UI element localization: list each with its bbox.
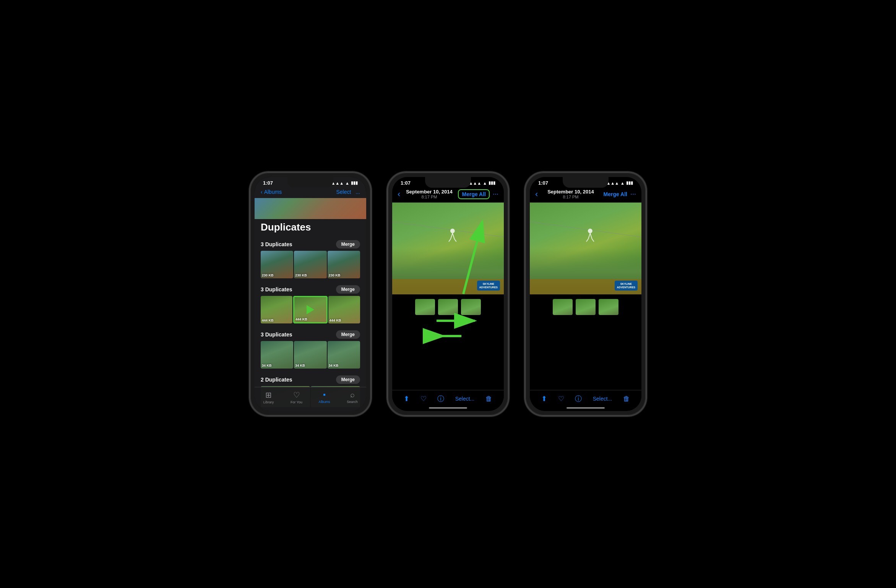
share-button-3[interactable]: ⬆: [541, 395, 547, 403]
tab-search-label: Search: [347, 400, 358, 404]
thumb-size-2-2: 444 KB: [295, 317, 307, 321]
group-header-3: 3 Duplicates Merge: [261, 330, 360, 339]
more-button-1[interactable]: ...: [355, 189, 360, 195]
phone1-content: 1:07 ▲▲▲ ▲ ▮▮▮ ‹ Albums Select ..: [255, 177, 366, 411]
tab-library-label: Library: [263, 400, 274, 404]
hero-strip: [255, 198, 366, 219]
thumb-3-3[interactable]: 34 KB: [328, 341, 360, 369]
more-button-3[interactable]: ···: [630, 190, 636, 198]
tab-search[interactable]: ⌕ Search: [338, 390, 366, 404]
tab-library[interactable]: ⊞ Library: [255, 390, 282, 404]
thumb-3-1[interactable]: 34 KB: [261, 341, 293, 369]
thumb-3-2[interactable]: 34 KB: [294, 341, 326, 369]
merge-button-3[interactable]: Merge: [336, 330, 360, 339]
for-you-icon: ♡: [293, 390, 300, 400]
thumb-size-3-2: 34 KB: [295, 364, 305, 367]
delete-button-3[interactable]: 🗑: [623, 395, 630, 403]
svg-line-0: [392, 222, 504, 237]
duplicate-group-3: 3 Duplicates Merge 34 KB 34 KB 34 KB: [255, 327, 366, 372]
skyline-logo-2: SKYLINEADVENTURES: [477, 281, 500, 291]
status-icons-2: ▲▲▲ ▲ ▮▮▮: [469, 180, 495, 185]
tab-albums-label: Albums: [318, 400, 330, 404]
info-button-3[interactable]: ⓘ: [575, 394, 582, 403]
heart-button-3[interactable]: ♡: [558, 395, 564, 403]
thumb-size-3-1: 34 KB: [262, 364, 272, 367]
more-button-2[interactable]: ···: [493, 190, 498, 198]
back-button-3[interactable]: ‹: [535, 189, 538, 199]
detail-thumb-2-3[interactable]: [461, 299, 481, 315]
share-button-2[interactable]: ⬆: [404, 395, 409, 403]
phone1: 1:07 ▲▲▲ ▲ ▮▮▮ ‹ Albums Select ..: [249, 172, 372, 416]
svg-line-17: [592, 239, 594, 242]
group-label-3: 3 Duplicates: [261, 331, 292, 338]
thumb-2-2[interactable]: 444 KB: [293, 296, 327, 323]
detail-thumbs-2: [392, 294, 504, 320]
wifi-icon-3: ▲: [620, 181, 625, 185]
phone3-frame: 1:07 ▲▲▲ ▲ ▮▮▮ ‹ September 10, 2014 8:17…: [524, 172, 647, 416]
svg-point-13: [588, 229, 592, 233]
notch: [287, 177, 333, 188]
group-label-1: 3 Duplicates: [261, 241, 292, 247]
info-button-2[interactable]: ⓘ: [437, 394, 444, 403]
status-time-3: 1:07: [538, 180, 548, 186]
thumb-1-2[interactable]: 230 KB: [294, 251, 326, 278]
nav-center-2: September 10, 2014 8:17 PM: [406, 189, 452, 199]
thumb-size-1-1: 230 KB: [262, 273, 274, 277]
tab-albums[interactable]: ▪ Albums: [310, 390, 338, 404]
notch-2: [425, 177, 471, 188]
thumb-1-1[interactable]: 230 KB: [261, 251, 293, 278]
thumbs-row-3: 34 KB 34 KB 34 KB: [261, 341, 360, 369]
detail-thumb-3-3[interactable]: [599, 299, 618, 315]
tab-for-you-label: For You: [291, 400, 302, 404]
detail-thumb-2-2[interactable]: [438, 299, 458, 315]
select-button-3[interactable]: Select...: [593, 396, 612, 402]
detail-thumb-3-1[interactable]: [553, 299, 573, 315]
time-sub-2: 8:17 PM: [406, 195, 452, 199]
date-title-3: September 10, 2014: [547, 189, 594, 195]
thumb-size-1-2: 230 KB: [295, 273, 307, 277]
wifi-icon-2: ▲: [483, 181, 487, 185]
hero-image: [255, 198, 366, 219]
merge-button-2[interactable]: Merge: [336, 285, 360, 294]
status-time-1: 1:07: [263, 180, 273, 186]
group-header-1: 3 Duplicates Merge: [261, 240, 360, 249]
thumb-2-1[interactable]: 444 KB: [261, 296, 292, 323]
phone2-frame: 1:07 ▲▲▲ ▲ ▮▮▮ ‹ September 10, 2014 8:17…: [387, 172, 509, 416]
svg-line-12: [530, 222, 641, 237]
merge-all-button-3[interactable]: Merge All: [603, 191, 627, 197]
time-sub-3: 8:17 PM: [547, 195, 594, 199]
back-button-2[interactable]: ‹: [398, 189, 400, 199]
skyline-logo-3: SKYLINEADVENTURES: [615, 281, 638, 291]
phone1-frame: 1:07 ▲▲▲ ▲ ▮▮▮ ‹ Albums Select ..: [249, 172, 372, 416]
thumb-2-3[interactable]: 444 KB: [328, 296, 360, 323]
main-image-2[interactable]: SKYLINEADVENTURES: [392, 203, 504, 294]
thumb-size-1-3: 230 KB: [329, 273, 341, 277]
select-button-1[interactable]: Select: [336, 189, 351, 195]
detail-thumb-2-1[interactable]: [415, 299, 435, 315]
merge-button-1[interactable]: Merge: [336, 240, 360, 249]
thumbs-row-1: 230 KB 230 KB 230 KB: [261, 251, 360, 278]
search-icon: ⌕: [350, 390, 355, 399]
detail-nav-2: ‹ September 10, 2014 8:17 PM Merge All ·…: [392, 187, 504, 203]
main-image-3[interactable]: SKYLINEADVENTURES: [530, 203, 641, 294]
back-button-1[interactable]: ‹ Albums: [261, 189, 282, 195]
merge-all-button-2[interactable]: Merge All: [458, 189, 490, 199]
tab-for-you[interactable]: ♡ For You: [282, 390, 310, 404]
notch-3: [563, 177, 609, 188]
detail-nav-3: ‹ September 10, 2014 8:17 PM Merge All ·…: [530, 187, 641, 203]
detail-thumb-3-2[interactable]: [576, 299, 596, 315]
status-icons-1: ▲▲▲ ▲ ▮▮▮: [331, 180, 358, 185]
phone3: 1:07 ▲▲▲ ▲ ▮▮▮ ‹ September 10, 2014 8:17…: [524, 172, 647, 416]
status-icons-3: ▲▲▲ ▲ ▮▮▮: [606, 180, 633, 185]
thumb-1-3[interactable]: 230 KB: [328, 251, 360, 278]
merge-button-4[interactable]: Merge: [336, 375, 360, 384]
home-indicator-2: [429, 407, 467, 409]
heart-button-2[interactable]: ♡: [420, 395, 427, 403]
delete-button-2[interactable]: 🗑: [485, 395, 492, 403]
date-title-2: September 10, 2014: [406, 189, 452, 195]
svg-line-15: [590, 233, 592, 239]
home-indicator-3: [566, 407, 605, 409]
select-button-2[interactable]: Select...: [455, 396, 475, 402]
albums-icon: ▪: [323, 390, 326, 399]
detail-thumbs-3: [530, 294, 641, 320]
